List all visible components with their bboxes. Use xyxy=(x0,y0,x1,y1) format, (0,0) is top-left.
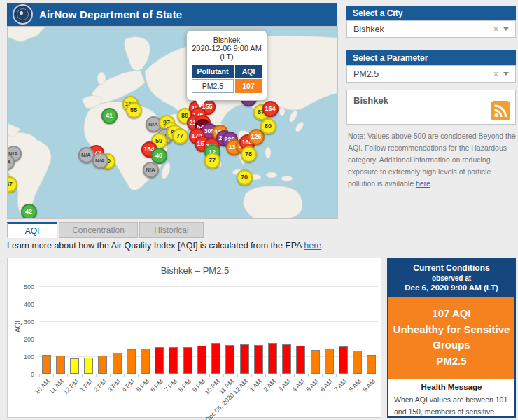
map-marker[interactable]: N/A xyxy=(143,162,159,178)
city-select-value: Bishkek xyxy=(354,24,384,34)
map-marker[interactable]: 80 xyxy=(260,118,276,134)
conditions-datetime: Dec 6, 2020 9:00 AM (LT) xyxy=(391,284,512,292)
chart-bar[interactable] xyxy=(325,349,334,374)
chart-bar[interactable] xyxy=(169,347,178,374)
gridline xyxy=(39,339,379,340)
chart-bar[interactable] xyxy=(225,345,234,374)
chart-bar[interactable] xyxy=(127,349,136,374)
popup-col-aqi: AQI xyxy=(235,65,262,78)
x-axis-tick xyxy=(67,374,68,377)
chart-bar[interactable] xyxy=(197,346,206,374)
popup-table: Pollutant AQI PM2.5 107 xyxy=(190,64,263,94)
tab-historical[interactable]: Historical xyxy=(139,222,204,238)
rss-feed-icon[interactable] xyxy=(491,101,510,120)
map-marker[interactable]: 42 xyxy=(21,204,37,220)
chart-bar[interactable] xyxy=(84,358,93,374)
x-axis-tick xyxy=(280,374,281,377)
x-axis-tick xyxy=(379,374,379,377)
chart-bar[interactable] xyxy=(311,350,320,374)
chart-bar[interactable] xyxy=(339,346,348,374)
chart-bar[interactable] xyxy=(141,349,150,374)
x-axis-tick xyxy=(39,374,40,377)
x-axis-tick xyxy=(124,374,125,377)
chart-bar[interactable] xyxy=(353,351,362,374)
select-city-header: Select a City xyxy=(346,6,516,20)
city-dropdown-caret-icon[interactable] xyxy=(503,27,509,31)
x-axis-tick xyxy=(209,374,210,377)
select-parameter-header: Select a Parameter xyxy=(346,50,516,65)
parameter-select[interactable]: PM2.5 × xyxy=(346,65,516,83)
learn-more-text: Learn more about how the Air Quality Ind… xyxy=(7,241,324,251)
conditions-aqi-value: 107 AQI xyxy=(393,306,510,322)
chart-bar[interactable] xyxy=(296,346,305,374)
current-conditions-header: Current Conditions observed at Dec 6, 20… xyxy=(388,259,514,297)
x-axis-tick xyxy=(294,374,295,377)
chart-bar[interactable] xyxy=(254,345,263,374)
y-axis-tick: 0 xyxy=(12,371,34,378)
map-marker[interactable]: 164 xyxy=(262,101,279,117)
rss-city-label: Bishkek xyxy=(354,95,388,106)
city-clear-icon[interactable]: × xyxy=(489,24,503,34)
map-marker[interactable]: 77 xyxy=(172,128,188,144)
popup-datetime: 2020-12-06 9:00 AM xyxy=(190,44,263,52)
chart-bar[interactable] xyxy=(98,356,107,374)
chart-bar[interactable] xyxy=(155,347,164,374)
map-marker[interactable]: 40 xyxy=(151,148,167,164)
popup-city: Bishkek xyxy=(190,36,263,44)
chart-bar[interactable] xyxy=(268,343,277,374)
epa-here-link[interactable]: here xyxy=(304,241,321,251)
health-message-title: Health Message xyxy=(394,383,509,391)
gridline xyxy=(39,304,379,304)
chart-bar[interactable] xyxy=(211,343,220,374)
parameter-select-value: PM2.5 xyxy=(354,69,379,79)
x-axis-tick xyxy=(96,374,97,377)
x-axis-tick xyxy=(322,374,323,377)
chart-bar[interactable] xyxy=(113,353,122,374)
x-axis-tick xyxy=(237,374,238,377)
parameter-clear-icon[interactable]: × xyxy=(489,69,503,79)
chart-bar[interactable] xyxy=(70,358,79,374)
chart-bar[interactable] xyxy=(183,347,192,374)
map-marker[interactable]: 55 xyxy=(126,102,142,118)
chart-bar[interactable] xyxy=(240,344,249,374)
learn-more-prefix: Learn more about how the Air Quality Ind… xyxy=(7,241,304,251)
popup-timezone: (LT) xyxy=(190,52,263,61)
map-marker[interactable]: 41 xyxy=(102,108,118,124)
y-axis-tick: 100 xyxy=(12,354,34,360)
map-marker[interactable]: 77 xyxy=(204,153,220,169)
x-axis-tick xyxy=(195,374,195,377)
x-axis-tick xyxy=(336,374,337,377)
popup-aqi-value: 107 xyxy=(235,79,262,93)
y-axis-tick: 200 xyxy=(12,336,34,343)
map-marker[interactable]: N/A xyxy=(92,153,108,169)
conditions-aqi-category: Unhealthy for Sensitive Groups xyxy=(393,322,510,354)
x-axis-tick xyxy=(138,374,139,377)
gridline xyxy=(39,286,379,287)
map-popup: Bishkek 2020-12-06 9:00 AM (LT) Pollutan… xyxy=(186,30,267,101)
chart-bar[interactable] xyxy=(56,356,65,374)
conditions-aqi-block: 107 AQI Unhealthy for Sensitive Groups P… xyxy=(388,297,514,379)
app-header: AirNow Department of State xyxy=(7,3,337,26)
dos-seal-logo xyxy=(13,4,33,24)
y-axis-tick: 500 xyxy=(12,284,34,290)
note-text: Note: Values above 500 are considered Be… xyxy=(348,130,516,190)
chart-bar[interactable] xyxy=(367,355,376,374)
conditions-title: Current Conditions xyxy=(391,263,512,273)
y-axis-tick: 400 xyxy=(12,301,34,308)
tab-concentration[interactable]: Concentration xyxy=(59,222,138,238)
aqi-bar-chart: Bishkek – PM2.5 AQI 010020030040050010 A… xyxy=(7,258,382,418)
city-select[interactable]: Bishkek × xyxy=(346,20,516,38)
parameter-dropdown-caret-icon[interactable] xyxy=(503,72,509,76)
map-marker[interactable]: 70 xyxy=(237,169,253,186)
note-here-link[interactable]: here xyxy=(416,179,430,188)
map-marker[interactable]: 78 xyxy=(241,146,257,162)
popup-col-pollutant: Pollutant xyxy=(192,65,234,78)
x-axis-tick xyxy=(153,374,153,377)
conditions-observed: observed at xyxy=(391,274,512,282)
tab-aqi[interactable]: AQI xyxy=(7,222,57,238)
world-aqi-map[interactable]: 411155580N/A9771N/A94775915440172N/A70N/… xyxy=(7,26,338,219)
chart-bar[interactable] xyxy=(282,344,291,374)
popup-pollutant-value: PM2.5 xyxy=(192,79,234,93)
x-axis-tick xyxy=(251,374,252,377)
chart-bar[interactable] xyxy=(42,355,51,374)
